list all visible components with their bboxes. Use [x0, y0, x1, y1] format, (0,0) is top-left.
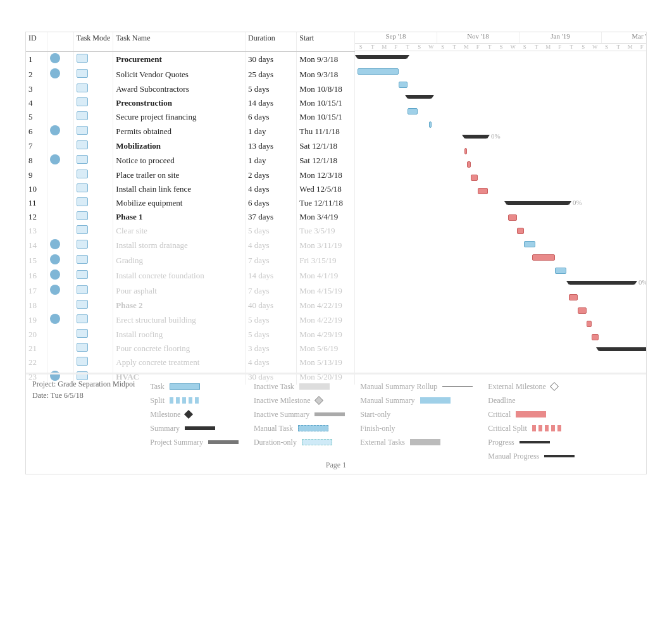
- timeline-day-letter: S: [437, 44, 449, 51]
- table-row[interactable]: 5Secure project financing6 daysMon 10/15…: [26, 110, 355, 124]
- table-row[interactable]: 15Grading7 daysFri 3/15/19: [26, 253, 355, 268]
- gantt-bar-task[interactable]: [555, 268, 566, 274]
- gantt-bar-summary[interactable]: [507, 201, 569, 205]
- gantt-bar-summary[interactable]: [358, 55, 407, 59]
- cell-indicator: [47, 82, 74, 96]
- table-row[interactable]: 16Install concrete foundation14 daysMon …: [26, 268, 355, 283]
- cell-task-name: Notice to proceed: [113, 153, 246, 168]
- table-row[interactable]: 7Mobilization13 daysSat 12/1/18: [26, 139, 355, 153]
- legend-item: Critical: [488, 407, 575, 421]
- table-row[interactable]: 22Apply concrete treatment4 daysMon 5/13…: [26, 356, 355, 369]
- page-number: Page 1: [326, 461, 346, 470]
- table-row[interactable]: 6Permits obtained1 dayThu 11/1/18: [26, 124, 355, 139]
- cell-task-name: Procurement: [113, 51, 246, 67]
- cell-indicator: [47, 312, 74, 328]
- table-row[interactable]: 1Procurement30 daysMon 9/3/18: [26, 51, 355, 67]
- gantt-bar-crit[interactable]: [569, 294, 578, 300]
- gantt-bar-task[interactable]: [429, 121, 432, 128]
- table-row[interactable]: 21Pour concrete flooring3 daysMon 5/6/19: [26, 342, 355, 356]
- gantt-bar-crit[interactable]: [467, 161, 471, 168]
- legend-item: Inactive Summary: [254, 407, 345, 421]
- cell-id: 16: [26, 268, 47, 283]
- cell-id: 2: [26, 67, 47, 82]
- cell-duration: 5 days: [245, 328, 296, 342]
- gantt-bar-summary[interactable]: [569, 281, 635, 285]
- cell-indicator: [47, 110, 74, 124]
- legend-item-label: External Milestone: [488, 382, 546, 392]
- timeline-day-letter: T: [566, 44, 578, 51]
- task-mode-icon: [77, 183, 88, 192]
- table-row[interactable]: 14Install storm drainage4 daysMon 3/11/1…: [26, 238, 355, 253]
- cell-start: Thu 11/1/18: [297, 124, 355, 139]
- table-row[interactable]: 10Install chain link fence4 daysWed 12/5…: [26, 182, 355, 196]
- cell-task-name: Grading: [113, 253, 246, 268]
- gantt-bar-task[interactable]: [524, 241, 535, 247]
- timeline-day-letter: T: [367, 44, 379, 51]
- cell-start: Mon 5/6/19: [297, 342, 355, 356]
- gantt-bar-crit[interactable]: [592, 334, 599, 340]
- cell-task-name: Permits obtained: [113, 124, 246, 139]
- legend-swatch: [401, 425, 431, 431]
- legend-swatch: [314, 412, 345, 416]
- gantt-bar-summary[interactable]: [464, 135, 487, 139]
- gantt-bar-summary[interactable]: [599, 347, 646, 351]
- table-row[interactable]: 20Install roofing5 daysMon 4/29/19: [26, 328, 355, 342]
- indicator-icon: [50, 154, 60, 164]
- legend-project-label: Project: Grade Separation Midpoi: [32, 380, 135, 388]
- table-row[interactable]: 11Mobilize equipment6 daysTue 12/11/18: [26, 196, 355, 210]
- indicator-icon: [50, 239, 60, 249]
- gantt-bar-task[interactable]: [358, 68, 399, 75]
- legend-swatch: [550, 382, 559, 391]
- gantt-bar-crit[interactable]: [517, 228, 524, 234]
- timeline-day-letter: T: [613, 44, 625, 51]
- cell-id: 21: [26, 342, 47, 356]
- table-row[interactable]: 17Pour asphalt7 daysMon 4/15/19: [26, 283, 355, 299]
- timeline-day-letter: M: [542, 44, 554, 51]
- cell-task-name: Install roofing: [113, 328, 246, 342]
- legend-col-2: Inactive TaskInactive MilestoneInactive …: [254, 380, 345, 469]
- legend-item-label: Start-only: [360, 410, 390, 419]
- legend-item: Manual Summary: [360, 393, 473, 407]
- gantt-bar-crit[interactable]: [578, 307, 587, 314]
- cell-id: 9: [26, 168, 47, 182]
- cell-start: Mon 3/11/19: [297, 238, 355, 253]
- cell-start: Wed 12/5/18: [297, 182, 355, 196]
- cell-duration: 5 days: [245, 224, 296, 238]
- cell-start: Tue 12/11/18: [297, 196, 355, 210]
- cell-id: 13: [26, 224, 47, 238]
- gantt-bar-task[interactable]: [399, 82, 408, 88]
- table-row[interactable]: 19Erect structural building5 daysMon 4/2…: [26, 312, 355, 328]
- timeline-day-letter: T: [484, 44, 496, 51]
- cell-mode: [73, 124, 113, 139]
- cell-id: 20: [26, 328, 47, 342]
- cell-task-name: Award Subcontractors: [113, 82, 246, 96]
- table-row[interactable]: 4Preconstruction14 daysMon 10/15/1: [26, 96, 355, 110]
- header-id: ID: [26, 32, 47, 51]
- table-row[interactable]: 8Notice to proceed1 daySat 12/1/18: [26, 153, 355, 168]
- task-mode-icon: [77, 240, 88, 249]
- task-mode-icon: [77, 255, 88, 264]
- table-row[interactable]: 2Solicit Vendor Quotes25 daysMon 9/3/18: [26, 67, 355, 82]
- table-row[interactable]: 3Award Subcontractors5 daysMon 10/8/18: [26, 82, 355, 96]
- gantt-bar-crit[interactable]: [471, 175, 478, 181]
- gantt-bar-label: 0%: [573, 199, 582, 206]
- gantt-bar-summary[interactable]: [408, 95, 432, 99]
- gantt-bar-crit[interactable]: [587, 321, 592, 327]
- cell-duration: 4 days: [245, 356, 296, 369]
- table-row[interactable]: 12Phase 137 daysMon 3/4/19: [26, 210, 355, 224]
- gantt-bar-crit[interactable]: [478, 188, 488, 194]
- gantt-bar-crit[interactable]: [532, 254, 555, 261]
- table-row[interactable]: 18Phase 240 daysMon 4/22/19: [26, 299, 355, 312]
- cell-mode: [73, 67, 113, 82]
- table-row[interactable]: 13Clear site5 daysTue 3/5/19: [26, 224, 355, 238]
- gantt-bar-crit[interactable]: [508, 214, 517, 221]
- table-row[interactable]: 9Place trailer on site2 daysMon 12/3/18: [26, 168, 355, 182]
- cell-mode: [73, 139, 113, 153]
- cell-indicator: [47, 168, 74, 182]
- task-mode-icon: [77, 97, 88, 106]
- header-duration: Duration: [245, 32, 296, 51]
- cell-duration: 6 days: [245, 110, 296, 124]
- gantt-bar-task[interactable]: [408, 108, 418, 114]
- gantt-bar-crit[interactable]: [464, 148, 467, 154]
- gantt-bar-label: 0%: [638, 278, 646, 286]
